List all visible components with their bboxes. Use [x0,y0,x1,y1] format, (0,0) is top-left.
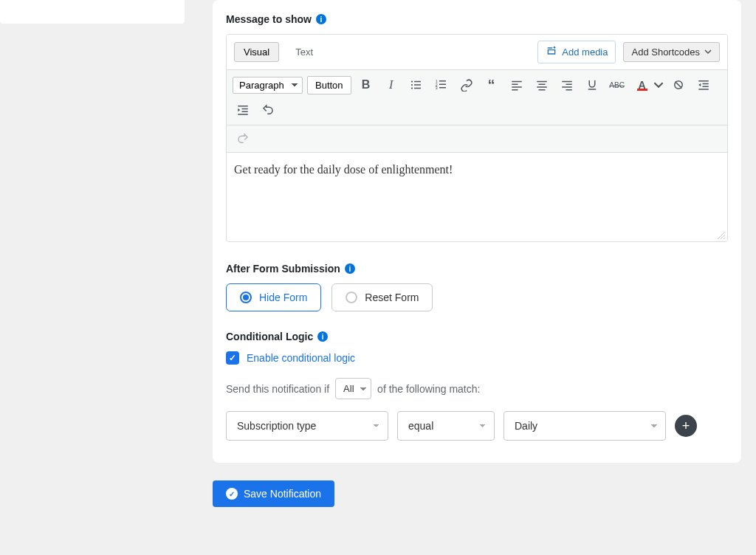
svg-rect-27 [702,83,708,85]
svg-rect-18 [538,84,545,86]
editor-tab-bar: Visual Text Add media Add Shortcodes [227,35,727,70]
svg-rect-24 [566,89,571,91]
svg-rect-17 [537,81,547,83]
after-submission-options: Hide Form Reset Form [226,283,728,311]
editor-toolbar: Paragraph Button B I 123 “ [227,70,727,125]
logic-label-text: Conditional Logic [226,331,313,342]
condition-operator-select[interactable]: equal [397,411,495,441]
rich-editor: Visual Text Add media Add Shortcodes [226,34,728,242]
reset-form-label: Reset Form [365,292,419,303]
hide-form-option[interactable]: Hide Form [226,283,321,311]
redo-icon[interactable] [233,128,253,149]
outdent-icon[interactable] [693,75,714,95]
after-submission-label: After Form Submission i [226,263,728,275]
conditional-logic-label: Conditional Logic i [226,331,728,342]
svg-rect-21 [562,81,572,83]
svg-rect-12 [439,87,446,89]
add-shortcodes-button[interactable]: Add Shortcodes [623,42,720,62]
svg-rect-8 [439,80,446,82]
resize-handle-icon[interactable] [717,231,726,240]
logic-sentence: Send this notification if All of the fol… [226,378,728,399]
tab-text[interactable]: Text [286,43,322,61]
hide-form-label: Hide Form [259,292,307,303]
editor-content-area[interactable]: Get ready for the daily dose of enlighte… [227,153,727,241]
svg-rect-22 [566,84,571,86]
info-icon[interactable]: i [345,263,355,274]
align-right-icon[interactable] [557,75,577,95]
enable-logic-row[interactable]: ✓ Enable conditional logic [226,351,728,365]
text-color-tool[interactable]: A [632,75,664,95]
svg-point-0 [554,46,556,49]
svg-rect-23 [562,86,572,88]
align-center-icon[interactable] [532,75,552,95]
svg-rect-4 [414,84,421,86]
svg-rect-2 [414,81,421,83]
save-notification-button[interactable]: ✓ Save Notification [213,480,334,507]
strikethrough-icon[interactable]: ABC [607,75,628,95]
condition-row: Subscription type equal Daily + [226,411,728,441]
svg-rect-25 [588,89,596,90]
svg-rect-33 [238,114,248,115]
svg-rect-14 [512,84,518,86]
undo-icon[interactable] [258,100,278,120]
insert-button-tool[interactable]: Button [307,76,351,94]
plus-icon: + [682,418,690,434]
add-condition-button[interactable]: + [675,415,697,437]
condition-value-select[interactable]: Daily [504,411,666,441]
underline-icon[interactable] [582,75,602,95]
svg-rect-10 [439,84,446,86]
condition-field-select[interactable]: Subscription type [226,411,388,441]
chevron-down-icon [704,46,712,58]
svg-rect-19 [537,86,547,88]
clear-format-icon[interactable] [668,75,689,95]
svg-rect-6 [414,88,421,89]
italic-icon[interactable]: I [381,75,402,95]
editor-content-text: Get ready for the daily dose of enlighte… [234,163,453,176]
svg-rect-13 [512,81,522,83]
sidebar-placeholder [0,0,185,24]
info-icon[interactable]: i [316,14,326,24]
svg-rect-32 [242,111,248,113]
settings-card: Message to show i Visual Text Add media [213,0,741,463]
after-label-text: After Form Submission [226,263,340,275]
tab-visual[interactable]: Visual [234,42,279,62]
quote-icon[interactable]: “ [481,75,502,95]
format-select[interactable]: Paragraph [233,77,303,94]
editor-toolbar-row2 [227,125,727,153]
add-media-label: Add media [562,46,608,58]
radio-selected-icon [240,292,252,303]
svg-rect-20 [538,89,545,91]
svg-rect-26 [698,80,709,82]
numbered-list-icon[interactable]: 123 [431,75,452,95]
svg-rect-28 [702,86,708,88]
svg-rect-16 [512,89,518,91]
chevron-down-icon[interactable] [653,75,664,95]
match-mode-select[interactable]: All [335,378,371,399]
reset-form-option[interactable]: Reset Form [331,283,433,311]
svg-rect-30 [238,106,248,107]
svg-rect-29 [698,89,709,90]
logic-suffix: of the following match: [377,383,480,395]
svg-rect-15 [512,86,522,88]
check-circle-icon: ✓ [226,488,238,500]
indent-icon[interactable] [233,100,253,120]
media-icon [546,45,557,59]
bold-icon[interactable]: B [356,75,377,95]
info-icon[interactable]: i [317,331,328,342]
save-button-label: Save Notification [244,488,321,500]
checkbox-checked-icon: ✓ [226,351,239,365]
bullet-list-icon[interactable] [406,75,427,95]
radio-unselected-icon [346,292,357,303]
link-icon[interactable] [456,75,477,95]
svg-text:3: 3 [435,86,437,90]
logic-prefix: Send this notification if [226,383,329,395]
align-left-icon[interactable] [506,75,527,95]
svg-point-5 [410,87,412,89]
add-shortcodes-label: Add Shortcodes [631,46,700,58]
message-label-text: Message to show [226,13,312,25]
enable-logic-label: Enable conditional logic [247,352,355,364]
svg-point-1 [410,80,412,82]
svg-rect-31 [242,108,248,110]
add-media-button[interactable]: Add media [537,41,616,63]
text-color-icon: A [632,75,653,95]
